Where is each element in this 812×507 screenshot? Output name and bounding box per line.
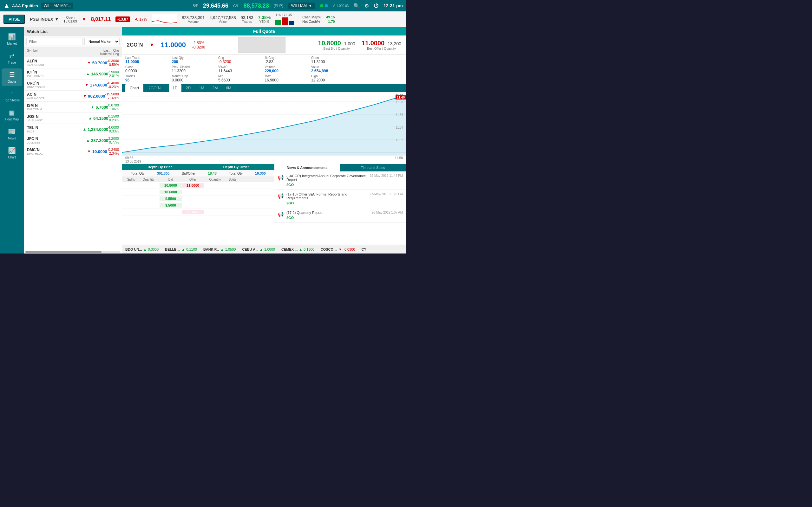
period-1d[interactable]: 1D xyxy=(169,84,181,92)
cash-stats: Cash Map% 49.15 Net Cash% 1.70 xyxy=(302,15,335,23)
watch-symbol: TEL`N xyxy=(27,125,83,130)
period-1m[interactable]: 1M xyxy=(195,84,208,92)
col-offer: Offer xyxy=(182,178,204,181)
depth-headers-row: Depth By Price Depth By Order xyxy=(122,164,274,170)
sidebar-item-news[interactable]: 📰 News xyxy=(2,125,22,143)
ticker-item: COSCO ... ▼ -0.0300 xyxy=(321,247,355,251)
watch-chg: -0.4000 -0.23% xyxy=(107,81,119,89)
col-chg: Chg% Chg xyxy=(109,49,119,56)
period-3m[interactable]: 3M xyxy=(209,84,222,92)
account-name[interactable]: WILLIAM MAT... xyxy=(41,3,73,9)
list-item[interactable]: JFC`N JOLLIBEE ▲ 287.2000 2.2000 0.77% xyxy=(24,135,122,146)
col-bid: Bid xyxy=(159,178,182,181)
news-item: 📢 (17-2) Quarterly Report 2GO 20-May-201… xyxy=(274,208,406,223)
sidebar-item-trade[interactable]: ⇄ Trade xyxy=(2,49,22,67)
trades-label: Trades xyxy=(242,20,252,23)
depth-row: 1 1,000 10.8000 11.0000 13,200 1 xyxy=(122,182,274,189)
list-item[interactable]: AC`N AYALA CORP ▼ 902.0000 -15.5000 -1.6… xyxy=(24,91,122,102)
list-item[interactable]: DMC`N DMCI HLDG ▼ 10.0000 -0.2400 -2.34% xyxy=(24,146,122,157)
ticker-chg: 0.1300 xyxy=(304,247,314,251)
quote-chg-pct: -2.83% xyxy=(192,41,205,45)
full-quote-header: Full Quote xyxy=(122,27,406,36)
svg-text:11.38: 11.38 xyxy=(396,101,403,104)
tab-news-announcements[interactable]: News & Announcements xyxy=(274,164,340,171)
settings-icon[interactable]: ⚙ xyxy=(364,3,369,9)
ticker-item: BELLE ... ▲ 0.1100 xyxy=(165,247,197,251)
quote-symbol: 2GO`N xyxy=(127,42,143,48)
chart-time-end: 14:58 xyxy=(395,156,403,163)
market-select[interactable]: Normal Market xyxy=(84,38,119,45)
chart-container: 11.40 11.38 11.36 11.34 11.32 11.40 xyxy=(122,92,406,156)
watch-symbol-group: ALI`N AYALA LAND xyxy=(27,59,87,66)
watch-company: JOLLIBEE xyxy=(27,141,86,144)
phse-button[interactable]: PHSE xyxy=(3,14,25,24)
ticker-item: BANK P... ▲ 1.0500 xyxy=(203,247,236,251)
user-button[interactable]: WILLIAM ▼ xyxy=(288,3,315,9)
watch-price-group: ▼ 50.7000 xyxy=(87,60,107,65)
open-time: 15:01:09 xyxy=(63,19,77,23)
bid-offer-value: 18.48 xyxy=(208,171,217,175)
sidebar-item-heat-map[interactable]: ▦ Heat Map xyxy=(2,106,22,124)
index-change: -13.87 xyxy=(115,16,130,22)
start-time: 09:35 xyxy=(125,156,133,160)
watchlist-body: ALI`N AYALA LAND ▼ 50.7000 -0.3000 -0.59… xyxy=(24,57,122,250)
watch-price-group: ▲ 1,234.0000 xyxy=(83,127,108,132)
scrollbar-thumb[interactable] xyxy=(26,251,101,253)
sidebar-item-market[interactable]: 📊 Market xyxy=(2,31,22,48)
period-2d[interactable]: 2D xyxy=(182,84,194,92)
power-icon[interactable]: ⏻ xyxy=(374,3,379,9)
watch-company: AYALA CORP xyxy=(27,97,83,100)
up-arrow-icon: ▲ xyxy=(259,247,263,251)
tab-time-sales[interactable]: Time and Sales xyxy=(340,164,406,171)
watch-price: 6.7000 xyxy=(96,105,108,110)
quote-mini-display xyxy=(212,37,312,53)
heat-map-icon: ▦ xyxy=(9,109,15,116)
watch-symbol-group: TEL`N PLDT xyxy=(27,125,83,133)
sidebar-item-top-stocks[interactable]: ↑ Top Stocks xyxy=(2,88,22,105)
sidebar-item-chart[interactable]: 📈 Chart xyxy=(2,144,22,162)
watch-symbol: DMC`N xyxy=(27,148,87,152)
bp-label: B/P xyxy=(193,4,198,8)
sidebar-item-quote[interactable]: ☰ Quote xyxy=(2,68,22,86)
tab-chart[interactable]: Chart xyxy=(125,84,143,92)
market-icon: 📊 xyxy=(8,33,16,41)
list-item[interactable]: ISM`N ISM COMM ▲ 6.7000 0.0700 1.06% xyxy=(24,102,122,113)
chart-time-labels: 09:35 13 06 2019 14:58 xyxy=(122,156,406,164)
up-arrow-icon: ▲ xyxy=(182,247,185,251)
watch-price-group: ▼ 174.6000 xyxy=(85,83,107,88)
list-item[interactable]: TEL`N PLDT ▲ 1,234.0000 4.0000 0.33% xyxy=(24,124,122,135)
ytd-value: 7.38% xyxy=(258,15,270,20)
bar-num-3: 45 xyxy=(289,13,292,17)
watch-chg-abs: 0.0700 xyxy=(108,103,119,107)
total-qty-label: Total Qty xyxy=(131,171,144,175)
list-item[interactable]: ICT`N INTL CONTA... ▲ 146.9000 2.9000 2.… xyxy=(24,68,122,79)
bar-unchanged xyxy=(289,21,294,25)
period-6m[interactable]: 6M xyxy=(222,84,235,92)
price-chart: 11.40 11.38 11.36 11.34 11.32 xyxy=(122,92,406,156)
best-bid-label: Best Bid / Quantity xyxy=(323,47,350,50)
mini-chart xyxy=(152,14,177,25)
scrollbar-track[interactable] xyxy=(26,251,120,253)
col-qty2: Quantity xyxy=(204,178,226,181)
tab-symbol[interactable]: 2GO`N xyxy=(144,84,165,92)
watch-chg: -15.5000 -1.69% xyxy=(105,92,119,100)
detail-max: Max 16.9800 xyxy=(265,74,310,82)
list-item[interactable]: JGS`N JG SUMMIT ▲ 64.1500 0.1500 0.23% xyxy=(24,113,122,124)
watch-symbol: AC`N xyxy=(27,92,83,97)
list-item[interactable]: URC`N UNIV ROBINA ▼ 174.6000 -0.4000 -0.… xyxy=(24,79,122,91)
watch-chg-abs: 4.0000 xyxy=(108,125,119,129)
watch-chg-abs: -0.4000 xyxy=(107,81,119,85)
index-selector[interactable]: PSEi INDEX ▼ xyxy=(30,17,59,21)
value-label: Value xyxy=(219,20,227,23)
news-date: 20-May-2019 1:07 AM xyxy=(372,211,403,214)
detail-pct-chg: % Chg -2.83 xyxy=(265,56,310,64)
version-label: V. 1.000.03 xyxy=(333,4,349,8)
watch-price: 174.6000 xyxy=(90,83,107,88)
search-icon[interactable]: 🔍 xyxy=(353,3,360,9)
detail-empty1 xyxy=(358,56,403,64)
list-item[interactable]: ALI`N AYALA LAND ▼ 50.7000 -0.3000 -0.59… xyxy=(24,57,122,68)
ticker-item: BDO UN... ▲ 0.3000 xyxy=(125,247,159,251)
ticker-symbol: CEBU A... xyxy=(242,247,258,251)
filter-input[interactable] xyxy=(26,38,83,45)
detail-close: Close 0.0000 xyxy=(125,65,171,73)
